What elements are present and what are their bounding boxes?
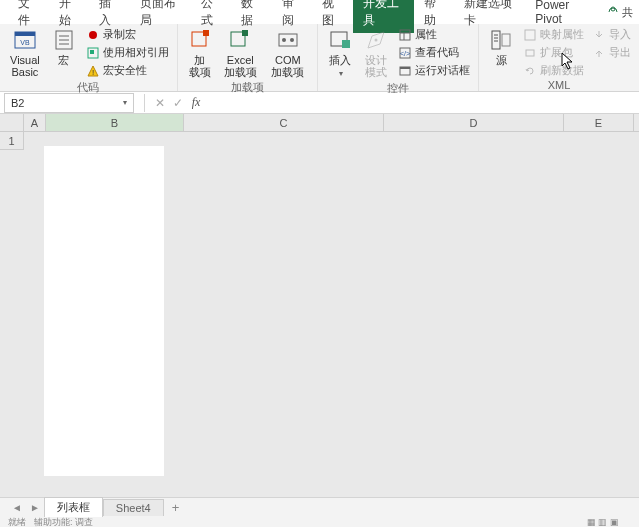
cancel-formula-button[interactable]: ✕ — [151, 96, 169, 110]
visual-basic-button[interactable]: VB Visual Basic — [6, 26, 44, 80]
view-buttons[interactable]: ▦ ▥ ▣ — [587, 517, 619, 527]
expand-label: 扩展包 — [540, 45, 573, 60]
svg-point-18 — [290, 38, 294, 42]
svg-point-8 — [89, 31, 97, 39]
com-addins-icon — [276, 28, 300, 52]
svg-rect-29 — [492, 31, 500, 49]
design-mode-icon — [364, 28, 388, 52]
macro-security-button[interactable]: ! 宏安全性 — [84, 62, 171, 79]
listbox-object[interactable] — [44, 146, 164, 476]
fx-button[interactable]: fx — [187, 95, 205, 110]
view-code-button[interactable]: </> 查看代码 — [396, 44, 472, 61]
svg-point-21 — [375, 39, 378, 42]
vb-icon: VB — [13, 28, 37, 52]
insert-control-label: 插入 — [329, 54, 351, 66]
import-button[interactable]: 导入 — [590, 26, 633, 43]
row-headers: 1 — [0, 132, 24, 150]
security-label: 宏安全性 — [103, 63, 147, 78]
svg-text:VB: VB — [20, 39, 30, 46]
run-dialog-label: 运行对话框 — [415, 63, 470, 78]
column-header-A[interactable]: A — [24, 114, 46, 131]
excel-addins-button[interactable]: Excel 加载项 — [220, 26, 261, 80]
svg-rect-35 — [526, 50, 534, 56]
enter-formula-button[interactable]: ✓ — [169, 96, 187, 110]
column-header-D[interactable]: D — [384, 114, 564, 131]
svg-rect-15 — [242, 30, 248, 36]
sheet-tab-other[interactable]: Sheet4 — [103, 499, 164, 516]
vb-label: Visual Basic — [10, 54, 40, 78]
macros-icon — [52, 28, 76, 52]
status-accessibility: 辅助功能: 调查 — [34, 517, 93, 527]
svg-rect-2 — [15, 32, 35, 36]
ribbon: VB Visual Basic 宏 录制宏 使用相对引用 ! 宏安全性 — [0, 24, 639, 92]
import-icon — [592, 28, 606, 42]
formula-input[interactable] — [205, 93, 639, 113]
record-label: 录制宏 — [103, 27, 136, 42]
add-sheet-button[interactable]: + — [164, 500, 188, 515]
properties-icon — [398, 28, 412, 42]
relref-label: 使用相对引用 — [103, 45, 169, 60]
com-addins-button[interactable]: COM 加载项 — [265, 26, 311, 80]
refresh-label: 刷新数据 — [540, 63, 584, 78]
map-props-button[interactable]: 映射属性 — [521, 26, 586, 43]
addins-button[interactable]: 加 载项 — [184, 26, 216, 80]
record-macro-button[interactable]: 录制宏 — [84, 26, 171, 43]
svg-rect-20 — [342, 40, 350, 48]
status-ready: 就绪 — [8, 517, 26, 527]
row-header-1[interactable]: 1 — [0, 132, 24, 150]
refresh-button[interactable]: 刷新数据 — [521, 62, 586, 79]
svg-point-17 — [282, 38, 286, 42]
com-addins-label: COM 加载项 — [269, 54, 307, 78]
insert-control-icon — [328, 28, 352, 52]
worksheet-area[interactable]: ABCDE 1 — [0, 114, 639, 519]
design-mode-button[interactable]: 设计模式 — [360, 26, 392, 80]
column-header-B[interactable]: B — [46, 114, 184, 131]
excel-addins-label: Excel 加载项 — [224, 54, 257, 78]
sheet-tab-active[interactable]: 列表框 — [44, 497, 103, 517]
svg-rect-16 — [279, 34, 297, 46]
formula-bar-row: B2 ▾ ✕ ✓ fx — [0, 92, 639, 114]
share-icon — [606, 5, 620, 19]
export-label: 导出 — [609, 45, 631, 60]
macros-label: 宏 — [58, 54, 69, 66]
import-label: 导入 — [609, 27, 631, 42]
svg-rect-33 — [502, 34, 510, 46]
share-button[interactable]: 共 — [600, 3, 639, 22]
security-icon: ! — [86, 64, 100, 78]
run-dialog-button[interactable]: 运行对话框 — [396, 62, 472, 79]
export-icon — [592, 46, 606, 60]
name-box[interactable]: B2 ▾ — [4, 93, 134, 113]
status-bar: 就绪 辅助功能: 调查 ▦ ▥ ▣ — [0, 517, 639, 527]
view-code-icon: </> — [398, 46, 412, 60]
svg-text:!: ! — [92, 68, 94, 77]
column-headers: ABCDE — [0, 114, 639, 132]
select-all-corner[interactable] — [0, 114, 24, 131]
chevron-down-icon: ▾ — [123, 98, 127, 107]
svg-text:</>: </> — [400, 50, 410, 57]
sheet-nav-prev[interactable]: ◄ — [8, 502, 26, 513]
source-icon — [489, 28, 513, 52]
svg-rect-28 — [400, 67, 410, 69]
relref-icon — [86, 46, 100, 60]
sheet-nav-next[interactable]: ► — [26, 502, 44, 513]
run-dialog-icon — [398, 64, 412, 78]
svg-rect-34 — [525, 30, 535, 40]
view-code-label: 查看代码 — [415, 45, 459, 60]
design-mode-label: 设计模式 — [364, 54, 388, 78]
column-header-E[interactable]: E — [564, 114, 634, 131]
name-box-value: B2 — [11, 97, 24, 109]
properties-button[interactable]: 属性 — [396, 26, 472, 43]
group-xml: 源 映射属性 扩展包 刷新数据 导入 — [479, 24, 639, 91]
column-header-C[interactable]: C — [184, 114, 384, 131]
source-button[interactable]: 源 — [485, 26, 517, 68]
expand-button[interactable]: 扩展包 — [521, 44, 586, 61]
relative-ref-button[interactable]: 使用相对引用 — [84, 44, 171, 61]
ribbon-tabs: 文件 开始 插入 页面布局 公式 数据 审阅 视图 开发工具 帮助 新建选项卡 … — [0, 0, 639, 24]
insert-control-button[interactable]: 插入▾ — [324, 26, 356, 81]
map-props-label: 映射属性 — [540, 27, 584, 42]
group-addins: 加 载项 Excel 加载项 COM 加载项 加载项 — [178, 24, 318, 91]
record-icon — [86, 28, 100, 42]
svg-rect-22 — [400, 30, 410, 40]
export-button[interactable]: 导出 — [590, 44, 633, 61]
macros-button[interactable]: 宏 — [48, 26, 80, 68]
